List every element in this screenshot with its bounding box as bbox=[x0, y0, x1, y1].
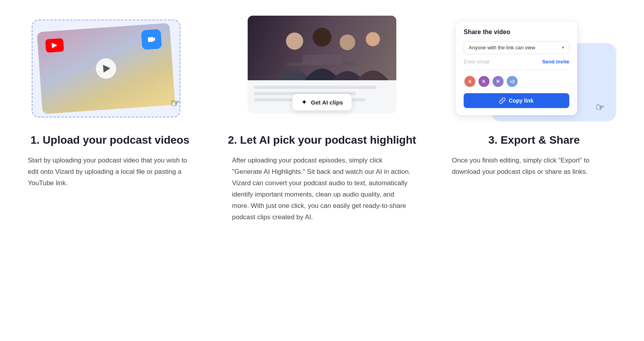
avatar-more: +2 bbox=[506, 75, 518, 88]
copy-link-label: Copy link bbox=[509, 97, 533, 104]
svg-point-6 bbox=[366, 32, 380, 46]
doc-line-1 bbox=[254, 86, 376, 89]
share-card-title: Share the video bbox=[464, 29, 569, 36]
step2-illustration: ✦ Get AI clips bbox=[240, 16, 404, 121]
send-invite-button[interactable]: Send invite bbox=[542, 59, 569, 65]
link-icon bbox=[499, 97, 505, 104]
ai-clips-badge: ✦ Get AI clips bbox=[293, 94, 352, 110]
share-card: Share the video Anyone with the link can… bbox=[456, 22, 577, 115]
step1-illustration: ☞ bbox=[20, 16, 200, 121]
cursor-icon: ☞ bbox=[171, 97, 180, 110]
step3-illustration: Share the video Anyone with the link can… bbox=[452, 16, 616, 121]
youtube-play-icon bbox=[52, 43, 58, 49]
avatar-2: K bbox=[478, 75, 490, 88]
ai-icon: ✦ bbox=[301, 98, 307, 106]
step3-body: Once you finish editing, simply click “E… bbox=[452, 155, 616, 178]
step2-column: ✦ Get AI clips 2. Let AI pick your podca… bbox=[228, 16, 416, 223]
upload-box bbox=[32, 20, 180, 117]
step3-heading: 3. Export & Share bbox=[488, 133, 579, 147]
copy-link-button[interactable]: Copy link bbox=[464, 93, 569, 108]
step2-heading: 2. Let AI pick your podcast highlight bbox=[228, 133, 416, 147]
chevron-down-icon: ▾ bbox=[562, 45, 564, 50]
svg-point-5 bbox=[340, 34, 355, 50]
avatar-3: R bbox=[492, 75, 504, 88]
step1-body: Start by uploading your podcast video th… bbox=[28, 155, 192, 189]
ai-badge-text: Get AI clips bbox=[311, 99, 343, 106]
share-email-input[interactable]: Enter email bbox=[464, 59, 489, 65]
step1-heading: 1. Upload your podcast videos bbox=[31, 133, 189, 147]
svg-point-4 bbox=[313, 28, 331, 47]
step2-body: After uploading your podcast episodes, s… bbox=[232, 155, 412, 223]
step1-column: ☞ 1. Upload your podcast videos Start by… bbox=[16, 16, 204, 223]
svg-rect-8 bbox=[302, 55, 342, 65]
zoom-icon bbox=[141, 29, 162, 50]
svg-point-3 bbox=[286, 32, 303, 50]
doc-photo-inner bbox=[248, 16, 396, 80]
play-button bbox=[95, 58, 117, 79]
share-email-row: Enter email Send invite bbox=[464, 59, 569, 70]
photo-card bbox=[37, 23, 175, 114]
play-triangle-icon bbox=[103, 64, 110, 72]
avatar-1: A bbox=[464, 75, 476, 88]
page-container: ☞ 1. Upload your podcast videos Start by… bbox=[16, 8, 628, 231]
doc-photo bbox=[248, 16, 396, 80]
share-dropdown-text: Anyone with the link can view bbox=[469, 45, 535, 51]
youtube-icon bbox=[45, 38, 64, 52]
share-dropdown[interactable]: Anyone with the link can view ▾ bbox=[464, 41, 569, 54]
share-avatars: A K R +2 bbox=[464, 75, 569, 88]
step3-column: Share the video Anyone with the link can… bbox=[440, 16, 628, 223]
